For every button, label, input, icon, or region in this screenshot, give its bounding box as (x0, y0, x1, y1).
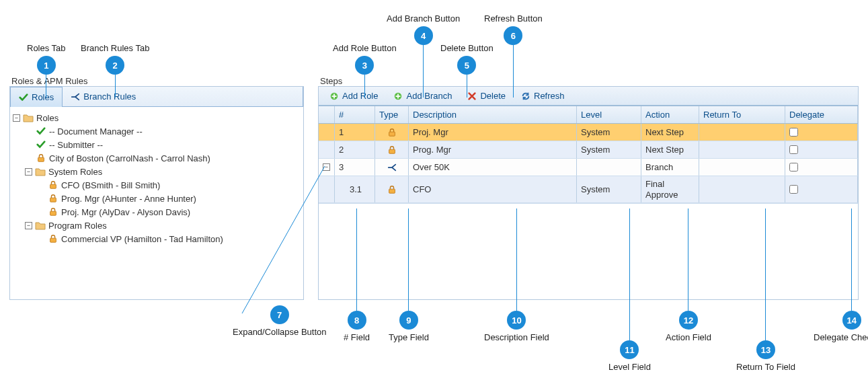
col-num-header[interactable]: # (335, 106, 375, 123)
tree-label: -- Document Manager -- (49, 126, 143, 137)
tree-label: Commercial VP (Hamilton - Tad Hamilton) (61, 234, 223, 244)
row-level (577, 159, 641, 176)
col-delegate-header[interactable]: Delegate (785, 106, 858, 123)
delegate-checkbox[interactable] (789, 145, 798, 154)
delegate-checkbox[interactable] (789, 185, 798, 194)
lock-icon (48, 180, 58, 190)
callout-bubble-3: 3 (355, 56, 374, 75)
row-num: 2 (335, 141, 375, 158)
callout-label: Branch Rules Tab (81, 43, 149, 53)
row-return (699, 159, 785, 176)
folder-icon (35, 220, 46, 231)
tree-item[interactable]: CFO (BSmith - Bill Smith) (13, 178, 301, 192)
col-level-header[interactable]: Level (577, 106, 641, 123)
lock-icon (36, 153, 46, 163)
roles-tree: − Roles -- Document Manager -- -- Submit… (10, 107, 303, 250)
row-expand-cell (319, 124, 335, 141)
svg-rect-0 (38, 157, 44, 161)
check-icon (36, 139, 46, 150)
row-description: Prog. Mgr (409, 141, 577, 158)
grid-header: # Type Description Level Action Return T… (319, 106, 858, 124)
delegate-checkbox[interactable] (789, 128, 798, 137)
col-action-header[interactable]: Action (641, 106, 699, 123)
lock-icon (48, 193, 58, 204)
row-delegate[interactable] (785, 141, 858, 158)
svg-rect-4 (50, 238, 56, 242)
grid-filler (319, 203, 858, 204)
row-return (699, 141, 785, 158)
callout-label: Type Field (389, 332, 429, 342)
callout-bubble-1: 1 (37, 56, 56, 75)
row-action: Next Step (641, 141, 699, 158)
tree-label: Roles (36, 113, 58, 123)
callout-bubble-7: 7 (270, 305, 289, 324)
row-expand-cell (319, 176, 335, 202)
folder-icon (35, 166, 46, 177)
row-level: System (577, 124, 641, 141)
delegate-checkbox[interactable] (789, 163, 798, 172)
lock-icon (48, 206, 58, 217)
row-delegate[interactable] (785, 159, 858, 176)
roles-panel: Roles & APM Rules Roles Branch Rules − R… (9, 86, 304, 300)
callout-label: Roles Tab (27, 43, 66, 53)
table-row[interactable]: 2Prog. MgrSystemNext Step (319, 141, 858, 159)
row-delegate[interactable] (785, 124, 858, 141)
col-desc-header[interactable]: Description (409, 106, 577, 123)
row-return (699, 124, 785, 141)
branch-icon (71, 92, 80, 102)
tree-label: Prog. Mgr (AHunter - Anne Hunter) (61, 194, 196, 204)
collapse-icon[interactable]: − (25, 222, 32, 229)
collapse-icon[interactable]: − (25, 168, 32, 176)
table-row[interactable]: −3Over 50KBranch (319, 159, 858, 176)
svg-rect-7 (389, 132, 395, 136)
tree-folder-system[interactable]: − System Roles (13, 165, 301, 178)
tree-item[interactable]: Commercial VP (Hamilton - Tad Hamilton) (13, 232, 301, 245)
lock-icon (375, 124, 409, 141)
grid-body: 1Proj. MgrSystemNext Step2Prog. MgrSyste… (319, 124, 858, 203)
callout-label: Expand/Collapse Button (233, 327, 326, 337)
svg-rect-1 (50, 184, 56, 188)
row-action: Final Approve (641, 176, 699, 202)
tree-item[interactable]: -- Submitter -- (13, 138, 301, 151)
collapse-icon[interactable]: − (323, 163, 330, 171)
tree-label: -- Submitter -- (49, 140, 103, 150)
callout-bubble-9: 9 (399, 311, 418, 330)
col-return-header[interactable]: Return To (699, 106, 785, 123)
callout-label: Refresh Button (484, 13, 543, 24)
callout-bubble-6: 6 (504, 26, 522, 45)
lock-icon (375, 141, 409, 158)
tree-item[interactable]: Proj. Mgr (AlyDav - Alyson Davis) (13, 205, 301, 219)
tree-item[interactable]: City of Boston (CarrolNash - Carrol Nash… (13, 151, 301, 165)
table-row[interactable]: 3.1CFOSystemFinal Approve (319, 176, 858, 203)
row-description: CFO (409, 176, 577, 202)
svg-rect-8 (389, 149, 395, 153)
col-type-header[interactable]: Type (375, 106, 409, 123)
tree-label: Program Roles (48, 221, 107, 231)
tree-root[interactable]: − Roles (13, 111, 301, 124)
callout-label: Description Field (484, 332, 549, 342)
table-row[interactable]: 1Proj. MgrSystemNext Step (319, 124, 858, 141)
callout-bubble-11: 11 (620, 340, 639, 359)
folder-icon (23, 112, 34, 123)
tree-item[interactable]: Prog. Mgr (AHunter - Anne Hunter) (13, 192, 301, 205)
check-icon (36, 126, 46, 137)
tree-label: CFO (BSmith - Bill Smith) (61, 180, 160, 190)
row-description: Proj. Mgr (409, 124, 577, 141)
collapse-icon[interactable]: − (13, 114, 20, 122)
row-action: Next Step (641, 124, 699, 141)
row-return (699, 176, 785, 202)
callout-bubble-14: 14 (842, 311, 861, 330)
col-expand (319, 106, 335, 123)
svg-rect-9 (389, 189, 395, 193)
tree-label: City of Boston (CarrolNash - Carrol Nash… (49, 153, 210, 163)
tree-folder-program[interactable]: − Program Roles (13, 219, 301, 232)
svg-rect-2 (50, 198, 56, 202)
callout-label: Level Field (608, 362, 651, 372)
row-expand-cell[interactable]: − (319, 159, 335, 176)
lock-icon (375, 176, 409, 202)
tree-item[interactable]: -- Document Manager -- (13, 124, 301, 138)
row-expand-cell (319, 141, 335, 158)
svg-rect-3 (50, 211, 56, 215)
row-delegate[interactable] (785, 176, 858, 202)
tree-label: System Roles (48, 167, 102, 177)
